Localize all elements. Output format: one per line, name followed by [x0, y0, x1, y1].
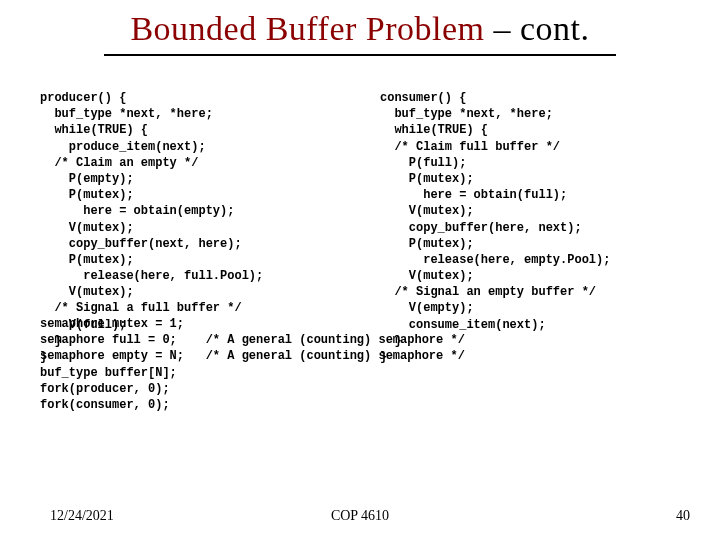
code-area: producer() { buf_type *next, *here; whil…: [40, 90, 700, 480]
footer-date: 12/24/2021: [50, 508, 114, 524]
slide: Bounded Buffer Problem – cont. producer(…: [0, 0, 720, 540]
footer: 12/24/2021 COP 4610 40: [0, 508, 720, 528]
title-suffix: – cont.: [485, 10, 590, 47]
declarations-code: semaphore mutex = 1; semaphore full = 0;…: [40, 316, 465, 413]
footer-course: COP 4610: [331, 508, 389, 524]
title-main: Bounded Buffer Problem: [130, 10, 484, 47]
footer-page: 40: [676, 508, 690, 524]
slide-title: Bounded Buffer Problem – cont.: [104, 10, 615, 56]
title-wrap: Bounded Buffer Problem – cont.: [0, 0, 720, 56]
